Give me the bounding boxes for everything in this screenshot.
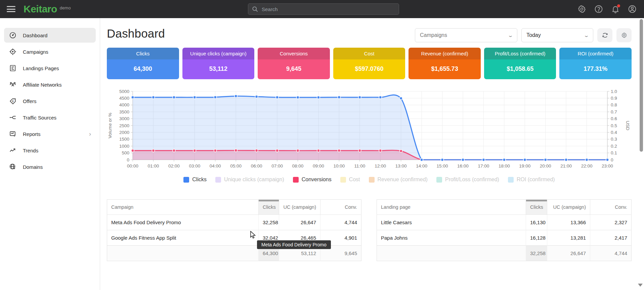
metric-card-conversions[interactable]: Conversions 9,645 [258,48,330,79]
metric-label: Clicks [107,48,179,59]
totals-cell: 26,647 [547,246,590,261]
svg-text:0.3: 0.3 [611,137,617,142]
metric-card-cost[interactable]: Cost $597.0760 [333,48,405,79]
sidebar-item-label: Traffic Sources [23,115,91,120]
metric-card-revenue[interactable]: Revenue (confirmed) $1,655.73 [409,48,481,79]
column-header-landing-page[interactable]: Landing page [377,200,526,215]
column-header-campaign[interactable]: Campaign [107,200,259,215]
sidebar-item-reports[interactable]: Reports › [4,127,96,141]
legend-swatch [369,177,375,183]
column-header-clicks[interactable]: Clicks [526,200,547,215]
svg-text:13:00: 13:00 [395,163,407,168]
help-icon[interactable] [594,5,603,13]
sidebar-item-offers[interactable]: $ Offers [4,94,96,108]
svg-text:15:00: 15:00 [437,163,448,168]
legend-item-roi-confirmed[interactable]: ROI (confirmed) [508,177,555,183]
column-header-conv[interactable]: Conv. [590,200,632,215]
menu-icon[interactable] [7,6,15,12]
legend-item-revenue-confirmed[interactable]: Revenue (confirmed) [369,177,428,183]
column-header-conv[interactable]: Conv. [320,200,361,215]
refresh-button[interactable] [597,28,612,42]
svg-text:0.7: 0.7 [611,109,617,114]
svg-text:16:00: 16:00 [457,163,469,168]
sidebar-item-landings-pages[interactable]: Landings Pages [4,61,96,76]
legend-label: Clicks [192,177,207,183]
dashboard-settings-button[interactable] [616,28,632,42]
svg-text:21:00: 21:00 [560,163,572,168]
svg-text:18:00: 18:00 [499,163,510,168]
legend-item-unique-clicks-campaign[interactable]: Unique clicks (campaign) [215,177,284,183]
svg-text:0.4: 0.4 [611,130,617,135]
sidebar-item-trends[interactable]: Trends [4,143,96,158]
row-value-cell: 13,281 [547,230,590,246]
gear-icon [621,32,628,39]
metric-value: $1,655.73 [409,59,481,79]
table-totals-row: 32,25826,6474,744 [377,246,632,261]
legend-label: ROI (confirmed) [517,177,555,183]
campaigns-icon [9,48,17,56]
sidebar-item-traffic-sources[interactable]: Traffic Sources [4,110,96,125]
row-value-cell: 4,744 [320,215,361,230]
notifications-icon[interactable] [611,5,620,13]
settings-icon[interactable] [577,5,586,13]
metric-card-roi[interactable]: ROI (confirmed) 177.31% [559,48,632,79]
app-logo[interactable]: Keitaro [24,3,57,15]
sidebar-item-label: Domains [23,164,91,170]
metric-label: Unique clicks (campaign) [182,48,255,59]
column-header-uc-campaign[interactable]: UC (campaign) [547,200,590,215]
row-name-cell[interactable]: Little Caesars [377,215,526,230]
search-icon [252,6,258,12]
legend-label: Profit/Loss (confirmed) [445,177,499,183]
search-bar[interactable] [248,3,399,15]
vertical-scrollbar[interactable] [640,19,643,152]
chart-legend: ClicksUnique clicks (campaign)Conversion… [107,177,632,183]
account-icon[interactable] [628,5,637,13]
metric-label: Cost [333,48,405,59]
svg-text:20:00: 20:00 [540,163,551,168]
metric-value: 177.31% [559,59,632,79]
metric-label: Conversions [258,48,330,59]
row-name-cell[interactable]: Papa Johns [377,230,526,246]
column-header-clicks[interactable]: Clicks [259,200,279,215]
row-name-cell[interactable]: Meta Ads Food Delivery Promo [107,215,259,230]
totals-cell [107,246,259,261]
sidebar-item-label: Dashboard [23,33,91,38]
svg-text:07:00: 07:00 [271,163,283,168]
metric-card-profit-loss[interactable]: Profit/Loss (confirmed) $1,058.65 [484,48,556,79]
totals-cell [377,246,526,261]
table-row[interactable]: Papa Johns16,12813,2812,417 [377,230,632,246]
svg-text:0: 0 [611,157,613,162]
row-name-cell[interactable]: Google Ads Fitness App Split [107,230,259,246]
sidebar-item-campaigns[interactable]: Campaigns [4,44,96,59]
totals-cell: 32,258 [526,246,547,261]
sidebar-item-affiliate-networks[interactable]: Affiliate Networks [4,77,96,92]
svg-text:0.1: 0.1 [611,150,617,155]
table-row[interactable]: Little Caesars16,13013,3662,327 [377,215,632,230]
row-value-cell: 32,258 [259,215,279,230]
svg-text:11:00: 11:00 [354,163,365,168]
line-chart-canvas[interactable]: 0500100015002000250030003500400045005000… [107,86,631,171]
row-value-cell: 2,327 [590,215,632,230]
date-range-select[interactable]: Today ⌄ [521,28,593,42]
sidebar-item-dashboard[interactable]: Dashboard [4,28,96,43]
campaigns-filter-value: Campaigns [420,32,447,38]
sidebar-item-label: Trends [23,148,91,153]
legend-item-profit-loss-confirmed[interactable]: Profit/Loss (confirmed) [436,177,499,183]
search-input[interactable] [262,6,395,12]
sidebar-item-domains[interactable]: Domains [4,159,96,174]
legend-item-clicks[interactable]: Clicks [183,177,207,183]
metric-card-clicks[interactable]: Clicks 64,300 [107,48,179,79]
metric-card-unique-clicks[interactable]: Unique clicks (campaign) 53,112 [182,48,255,79]
legend-item-cost[interactable]: Cost [340,177,360,183]
svg-text:4500: 4500 [119,96,129,101]
legend-item-conversions[interactable]: Conversions [293,177,332,183]
campaigns-filter-select[interactable]: Campaigns ⌄ [415,28,517,42]
svg-text:00:00: 00:00 [127,163,138,168]
refresh-icon [601,32,609,39]
scroll-down-arrow-icon[interactable] [638,284,643,287]
svg-text:3000: 3000 [119,116,129,121]
svg-text:23:00: 23:00 [602,163,613,168]
table-row[interactable]: Meta Ads Food Delivery Promo32,25826,647… [107,215,361,230]
sidebar-item-label: Reports [23,131,89,137]
column-header-uc-campaign[interactable]: UC (campaign) [279,200,320,215]
